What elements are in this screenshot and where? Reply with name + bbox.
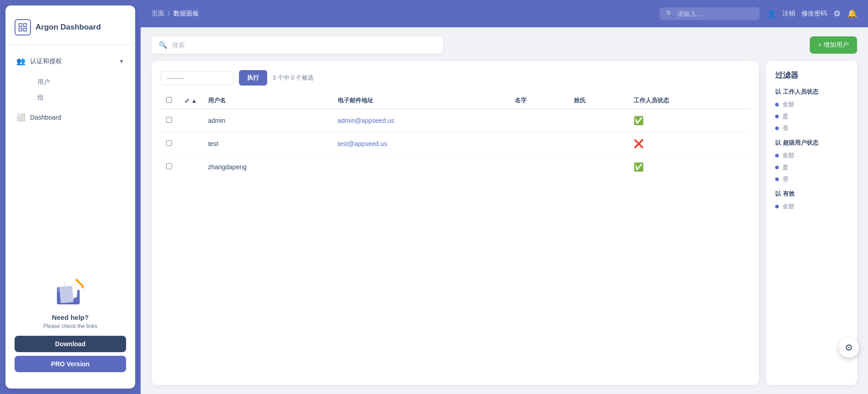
filter-option-label: 全部: [782, 101, 794, 109]
filter-option-label: 否: [782, 175, 788, 183]
logo-icon: [15, 19, 31, 35]
filter-panel: 过滤器 以 工作人员状态 全部是否 以 超级用户状态 全部是否 以 有效 全部: [766, 61, 857, 385]
main-content: 页面 / 数据面板 🔍 👤 注销 修改密码 ⚙ 🔔 🔍: [141, 0, 868, 394]
sidebar-help: Need help? Please check the links Downlo…: [5, 269, 135, 379]
filter-option-label: 是: [782, 163, 788, 172]
lastname-cell-1: [569, 132, 628, 156]
superuser-filter-options: 全部是否: [775, 152, 848, 183]
row-checkbox-2[interactable]: [166, 163, 172, 169]
dot-icon: [775, 166, 779, 169]
status-icon-2: ✅: [634, 162, 644, 172]
select-all-checkbox[interactable]: [166, 97, 172, 103]
dashboard-icon: ⬜: [16, 113, 25, 121]
expand-icon: ⤢: [184, 97, 189, 104]
firstname-cell-0: [509, 109, 569, 132]
sap-label: SAp: [812, 368, 859, 374]
header-search-input[interactable]: [677, 10, 753, 17]
dot-icon: [775, 126, 779, 130]
dot-icon: [775, 205, 779, 208]
header-search[interactable]: 🔍: [660, 7, 760, 20]
change-password-link[interactable]: 修改密码: [802, 10, 827, 18]
dot-icon: [775, 103, 779, 106]
page-content: 🔍 + 增加用户 执行 3 个中 0 个被选: [141, 27, 868, 394]
breadcrumb: 页面 / 数据面板: [152, 10, 199, 18]
filter-option[interactable]: 是: [775, 163, 848, 172]
status-icon-0: ✅: [634, 116, 644, 125]
users-icon: 👥: [16, 57, 25, 66]
table-card: 执行 3 个中 0 个被选 ⤢ ▲: [152, 61, 759, 385]
help-illustration: [55, 276, 86, 308]
sidebar-nav: 👥 认证和授权 ▼ 用户 组 ⬜ Dashboard: [5, 52, 135, 269]
settings-icon[interactable]: ⚙: [833, 9, 841, 19]
table-toolbar: 执行 3 个中 0 个被选: [161, 70, 750, 86]
csdn-text: CSDN @Python私教: [812, 374, 859, 380]
col-header-staff: 工作人员状态: [628, 93, 750, 109]
filter-option[interactable]: 全部: [775, 101, 848, 109]
download-button[interactable]: Download: [15, 336, 126, 352]
filter-option-label: 全部: [782, 152, 794, 160]
filter-option-active[interactable]: 全部: [775, 202, 848, 211]
header: 页面 / 数据面板 🔍 👤 注销 修改密码 ⚙ 🔔: [141, 0, 868, 27]
sidebar-item-users[interactable]: 用户: [32, 75, 130, 90]
svg-rect-0: [19, 24, 22, 26]
filter-option[interactable]: 否: [775, 124, 848, 132]
dot-icon: [775, 177, 779, 181]
staff-status-cell-2: ✅: [628, 156, 750, 179]
logo-text: Argon Dashboard: [36, 23, 101, 32]
floating-gear-button[interactable]: ⚙: [839, 338, 859, 358]
col-header-email: 电子邮件地址: [332, 93, 509, 109]
col-header-username: 用户名: [203, 93, 332, 109]
selection-info: 3 个中 0 个被选: [273, 74, 314, 82]
svg-rect-8: [59, 286, 73, 303]
user-icon: 👤: [767, 10, 776, 18]
sidebar-item-dashboard-label: Dashboard: [30, 114, 61, 121]
staff-status-cell-1: ❌: [628, 132, 750, 156]
help-subtitle: Please check the links: [43, 323, 97, 329]
content-search-box[interactable]: 🔍: [152, 36, 443, 54]
staff-filter-options: 全部是否: [775, 101, 848, 132]
username-cell-1: test: [203, 132, 332, 156]
sidebar-item-groups[interactable]: 组: [32, 90, 130, 106]
users-table: ⤢ ▲ 用户名 电子邮件地址 名字 姓氏 工作人员状态: [161, 93, 750, 178]
filter-option[interactable]: 全部: [775, 152, 848, 160]
table-row: zhangdapeng ✅: [161, 156, 750, 179]
row-checkbox-0[interactable]: [166, 117, 172, 123]
breadcrumb-home: 页面: [152, 10, 164, 18]
filter-option-label: 是: [782, 112, 788, 121]
add-user-button[interactable]: + 增加用户: [810, 36, 857, 54]
content-topbar: 🔍 + 增加用户: [152, 36, 857, 54]
sidebar-logo: Argon Dashboard: [5, 15, 135, 45]
filter-option[interactable]: 否: [775, 175, 848, 183]
dot-icon: [775, 154, 779, 157]
row-checkbox-1[interactable]: [166, 140, 172, 146]
pro-version-button[interactable]: PRO Version: [15, 356, 126, 372]
header-actions: 👤 注销 修改密码 ⚙ 🔔: [767, 9, 857, 19]
filter-option[interactable]: 是: [775, 112, 848, 121]
logout-link[interactable]: 注销: [782, 10, 795, 18]
sort-icon: ▲: [191, 97, 197, 104]
filter-title: 过滤器: [775, 70, 848, 81]
execute-button[interactable]: 执行: [239, 70, 267, 86]
svg-rect-1: [24, 24, 26, 26]
filter-active-title: 以 有效: [775, 190, 848, 198]
help-title: Need help?: [52, 313, 89, 321]
content-search-icon: 🔍: [159, 41, 168, 49]
col-header-firstname: 名字: [509, 93, 569, 109]
header-right: 🔍 👤 注销 修改密码 ⚙ 🔔: [660, 7, 857, 20]
staff-status-cell-0: ✅: [628, 109, 750, 132]
filter-superuser-title: 以 超级用户状态: [775, 139, 848, 147]
email-cell-0: admin@appseed.us: [332, 109, 509, 132]
breadcrumb-current: 数据面板: [173, 10, 199, 18]
firstname-cell-2: [509, 156, 569, 179]
username-cell-2: zhangdapeng: [203, 156, 332, 179]
username-cell-0: admin: [203, 109, 332, 132]
bell-icon[interactable]: 🔔: [847, 9, 857, 19]
dot-icon: [775, 115, 779, 118]
action-select-input[interactable]: [161, 71, 233, 85]
active-filter-options: 全部: [775, 202, 848, 211]
content-search-input[interactable]: [172, 41, 436, 49]
lastname-cell-0: [569, 109, 628, 132]
status-icon-1: ❌: [634, 139, 644, 148]
sidebar-item-dashboard[interactable]: ⬜ Dashboard: [11, 108, 130, 126]
sidebar-item-auth[interactable]: 👥 认证和授权 ▼: [11, 52, 130, 70]
